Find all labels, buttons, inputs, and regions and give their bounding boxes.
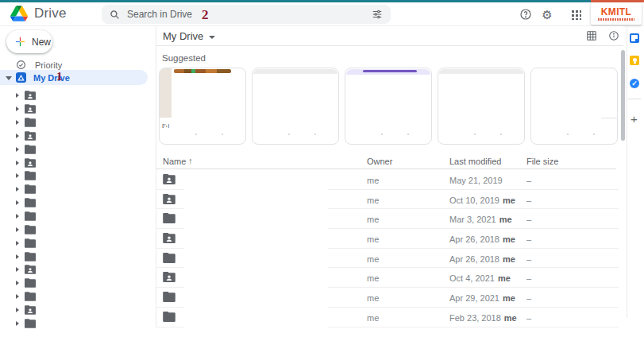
- expand-caret-icon[interactable]: [16, 134, 19, 138]
- folder-icon: [163, 292, 175, 302]
- expand-caret-icon[interactable]: [16, 93, 19, 98]
- calendar-icon[interactable]: [630, 33, 639, 43]
- expand-caret-icon[interactable]: [16, 187, 19, 192]
- side-panel-separator: [628, 99, 641, 99]
- file-table-row[interactable]: me Oct 4, 2021me –: [156, 268, 619, 288]
- sidebar-folder-item[interactable]: [0, 263, 156, 277]
- suggested-file-card[interactable]: [530, 68, 618, 145]
- file-table-row[interactable]: me Mar 3, 2021me –: [156, 209, 619, 229]
- folder-icon: [25, 171, 36, 180]
- sidebar-item-my-drive[interactable]: My Drive 1: [0, 70, 148, 85]
- suggested-file-card[interactable]: Ed: [159, 68, 246, 145]
- sidebar-folder-item[interactable]: [0, 250, 156, 263]
- sidebar-folder-item[interactable]: [0, 89, 156, 103]
- sidebar-folder-item[interactable]: [0, 277, 156, 290]
- sidebar-folder-item[interactable]: [0, 169, 156, 183]
- file-table-row[interactable]: me Oct 10, 2019me –: [156, 190, 619, 210]
- sidebar-folder-item[interactable]: [0, 103, 156, 116]
- expand-caret-icon[interactable]: [16, 200, 19, 205]
- help-icon[interactable]: [519, 7, 533, 21]
- drive-logo[interactable]: Drive: [10, 6, 67, 21]
- card-thumbnail-band: [174, 69, 231, 73]
- suggested-file-card[interactable]: [345, 68, 432, 145]
- breadcrumb-caret-icon: [209, 36, 215, 39]
- sidebar-folder-item[interactable]: [0, 142, 156, 156]
- file-table-row[interactable]: me May 21, 2019 –: [156, 170, 619, 190]
- modified-by: me: [498, 273, 511, 283]
- folder-icon: [25, 319, 36, 328]
- drive-logo-icon: [10, 6, 28, 21]
- column-name[interactable]: Name: [163, 157, 186, 166]
- suggested-file-card[interactable]: [438, 68, 525, 145]
- tasks-icon[interactable]: ✓: [630, 79, 639, 88]
- sidebar-folder-item[interactable]: [0, 130, 156, 143]
- vertical-scrollbar[interactable]: [621, 50, 625, 141]
- search-icon: [110, 10, 120, 20]
- sidebar-folder-item[interactable]: [0, 290, 156, 304]
- sidebar-folder-item[interactable]: [0, 183, 156, 196]
- suggested-file-card[interactable]: [252, 68, 339, 145]
- search-options-icon[interactable]: [372, 9, 383, 20]
- sidebar-folder-item[interactable]: [0, 196, 156, 210]
- file-owner: me: [367, 313, 379, 323]
- shared-folder-icon: [163, 174, 175, 184]
- account-logo-kmitl[interactable]: KMITL: [591, 2, 642, 25]
- sidebar-folder-item[interactable]: [0, 316, 156, 330]
- expand-caret-icon[interactable]: [16, 321, 19, 326]
- file-owner: me: [367, 196, 379, 205]
- google-apps-grid-icon[interactable]: [569, 7, 583, 21]
- expand-caret-icon[interactable]: [16, 294, 19, 299]
- grid-view-icon[interactable]: [586, 30, 597, 41]
- sidebar: New Priority My Drive 1: [0, 26, 156, 337]
- expand-caret-icon[interactable]: [16, 147, 19, 152]
- file-table-row[interactable]: me Apr 26, 2018me –: [156, 249, 619, 269]
- expand-caret-icon[interactable]: [16, 161, 19, 165]
- get-addons-button[interactable]: +: [631, 112, 638, 126]
- folder-icon: [25, 184, 36, 194]
- expand-caret-icon[interactable]: [16, 214, 19, 219]
- settings-gear-icon[interactable]: ⚙: [540, 7, 554, 21]
- breadcrumb-my-drive[interactable]: My Drive: [163, 30, 215, 42]
- expand-caret-icon[interactable]: [16, 254, 19, 259]
- file-size: –: [526, 234, 531, 244]
- file-size: –: [526, 176, 531, 185]
- info-icon[interactable]: [608, 30, 619, 41]
- kmitl-logo-text: KMITL: [601, 7, 632, 17]
- expand-caret-icon[interactable]: [16, 281, 19, 285]
- sidebar-folder-item[interactable]: [0, 223, 156, 236]
- shared-folder-icon: [25, 265, 36, 274]
- folder-icon: [25, 292, 36, 301]
- expand-caret-icon[interactable]: [6, 76, 12, 80]
- expand-caret-icon[interactable]: [16, 227, 19, 232]
- sidebar-folder-item[interactable]: [0, 156, 156, 169]
- expand-caret-icon[interactable]: [16, 267, 19, 272]
- new-button[interactable]: New: [6, 30, 52, 53]
- expand-caret-icon[interactable]: [16, 120, 19, 125]
- file-table-row[interactable]: me Apr 29, 2021me –: [156, 288, 619, 308]
- search-input[interactable]: Search in Drive 2: [102, 5, 391, 24]
- expand-caret-icon[interactable]: [16, 241, 19, 246]
- expand-caret-icon[interactable]: [16, 173, 19, 178]
- side-panel-divider: [627, 26, 627, 318]
- new-button-label: New: [32, 37, 51, 48]
- sidebar-folder-item[interactable]: [0, 236, 156, 250]
- suggested-cards: Ed: [159, 68, 618, 145]
- sidebar-folder-list: [0, 89, 156, 330]
- modified-by: me: [503, 234, 515, 244]
- sidebar-folder-item[interactable]: [0, 304, 156, 317]
- expand-caret-icon[interactable]: [16, 107, 19, 111]
- sidebar-folder-item[interactable]: [0, 116, 156, 130]
- keep-icon[interactable]: [630, 56, 639, 65]
- file-table-row[interactable]: me Feb 23, 2018me –: [156, 308, 619, 327]
- card-thumbnail-bar: [363, 70, 417, 72]
- file-table-row[interactable]: me Apr 26, 2018me –: [156, 229, 619, 249]
- file-owner: me: [367, 215, 379, 224]
- breadcrumb-label: My Drive: [163, 30, 203, 42]
- sort-ascending-icon[interactable]: ↑: [188, 156, 193, 165]
- folder-icon: [163, 312, 175, 322]
- shared-folder-icon: [25, 131, 36, 141]
- expand-caret-icon[interactable]: [16, 308, 19, 312]
- sidebar-folder-item[interactable]: [0, 210, 156, 223]
- file-size: –: [526, 254, 531, 264]
- folder-icon: [25, 211, 36, 221]
